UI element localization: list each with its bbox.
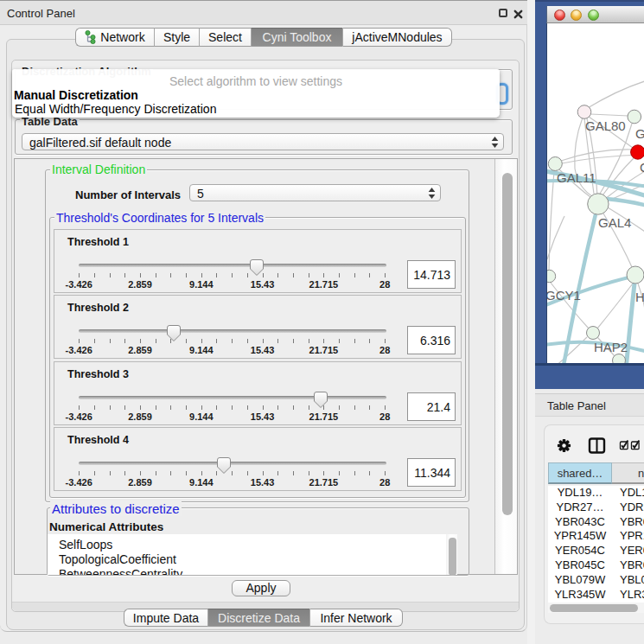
svg-text:G.: G. (635, 126, 644, 141)
svg-text:H: H (635, 290, 644, 304)
svg-text:GCY1: GCY1 (547, 288, 581, 303)
svg-text:C: C (640, 160, 644, 175)
svg-text:GAL11: GAL11 (557, 170, 596, 185)
svg-text:HAP2: HAP2 (594, 340, 628, 354)
svg-text:GAL80: GAL80 (585, 118, 626, 133)
svg-text:GAL4: GAL4 (598, 215, 631, 230)
